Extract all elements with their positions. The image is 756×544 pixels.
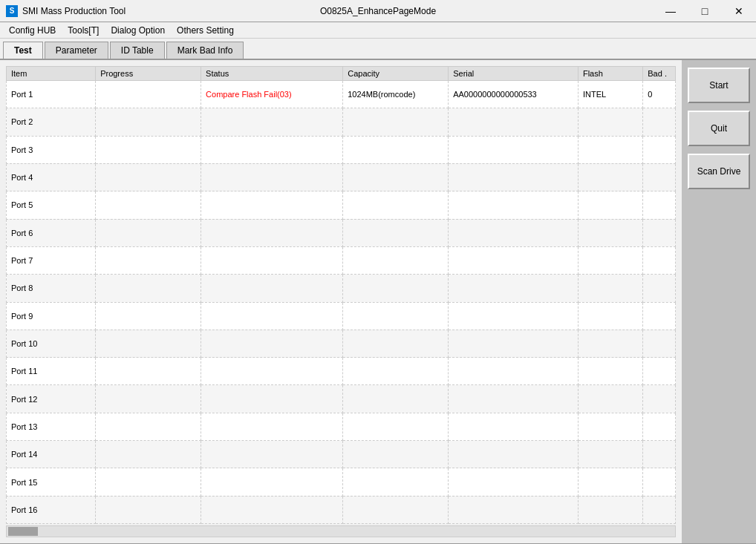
table-row: Port 7 [7,246,676,274]
right-panel: Start Quit Scan Drive [682,60,756,543]
table-row: Port 15 [7,468,676,496]
table-row: Port 1Compare Flash Fail(03)1024MB(romco… [7,81,676,108]
table-row: Port 5 [7,191,676,219]
col-header-item: Item [7,67,96,81]
scrollbar-thumb[interactable] [8,527,38,536]
col-header-serial: Serial [449,67,579,81]
tab-test[interactable]: Test [3,42,43,59]
table-row: Port 11 [7,358,676,385]
table-row: Port 3 [7,136,676,163]
table-row: Port 8 [7,275,676,302]
title-bar: S SMI Mass Production Tool O0825A_Enhanc… [0,0,756,22]
table-row: Port 14 [7,441,676,468]
table-row: Port 12 [7,385,676,413]
scan-drive-button[interactable]: Scan Drive [688,154,750,189]
app-icon: S [6,5,18,17]
col-header-flash: Flash [578,67,642,81]
start-button[interactable]: Start [688,68,750,103]
table-area: Item Progress Status Capacity Serial Fla… [0,60,682,543]
tab-parameter[interactable]: Parameter [45,42,108,59]
quit-button[interactable]: Quit [688,111,750,146]
tab-bar: Test Parameter ID Table Mark Bad Info [0,39,756,60]
col-header-capacity: Capacity [343,67,449,81]
menu-bar: Config HUB Tools[T] Dialog Option Others… [0,22,756,39]
menu-tools[interactable]: Tools[T] [62,24,105,37]
minimize-button[interactable]: — [654,0,688,22]
horizontal-scrollbar[interactable] [6,525,676,537]
table-row: Port 2 [7,108,676,136]
menu-dialog-option[interactable]: Dialog Option [105,24,171,37]
table-row: Port 13 [7,413,676,440]
col-header-bad: Bad . [643,67,676,81]
close-button[interactable]: ✕ [722,0,756,22]
tab-mark-bad-info[interactable]: Mark Bad Info [166,42,244,59]
tab-id-table[interactable]: ID Table [110,42,165,59]
table-row: Port 4 [7,163,676,191]
app-title: SMI Mass Production Tool [22,6,126,16]
col-header-progress: Progress [96,67,201,81]
menu-config-hub[interactable]: Config HUB [3,24,62,37]
window-controls: — □ ✕ [654,0,756,22]
table-row: Port 10 [7,330,676,357]
col-header-status: Status [201,67,343,81]
maximize-button[interactable]: □ [688,0,722,22]
table-row: Port 9 [7,302,676,330]
main-content: Item Progress Status Capacity Serial Fla… [0,60,756,543]
table-row: Port 16 [7,496,676,523]
data-table: Item Progress Status Capacity Serial Fla… [6,66,676,524]
menu-others-setting[interactable]: Others Setting [171,24,240,37]
table-container: Item Progress Status Capacity Serial Fla… [6,66,676,524]
table-row: Port 6 [7,219,676,246]
window-title: O0825A_EnhancePageMode [320,6,436,16]
